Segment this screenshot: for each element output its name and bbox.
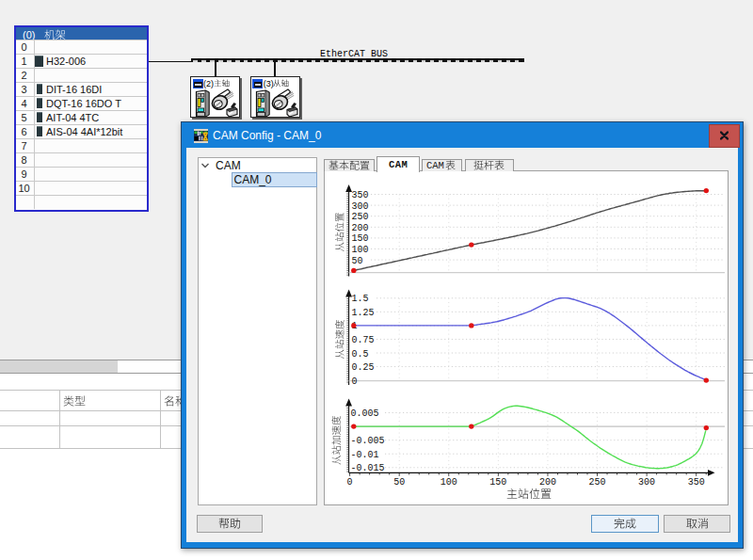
svg-text:-0.01: -0.01	[351, 450, 379, 460]
svg-text:0: 0	[352, 376, 358, 387]
svg-text:0.75: 0.75	[352, 335, 375, 345]
svg-text:250: 250	[589, 477, 606, 488]
svg-text:1.5: 1.5	[352, 294, 369, 304]
svg-text:100: 100	[352, 245, 369, 255]
svg-text:350: 350	[688, 477, 705, 488]
svg-text:50: 50	[393, 477, 405, 488]
svg-text:0.5: 0.5	[352, 349, 369, 360]
svg-text:200: 200	[539, 477, 556, 488]
svg-text:150: 150	[489, 477, 506, 488]
svg-text:300: 300	[638, 477, 655, 488]
svg-text:150: 150	[352, 233, 369, 244]
svg-text:350: 350	[352, 190, 369, 200]
svg-text:-0.005: -0.005	[351, 436, 385, 446]
svg-text:250: 250	[352, 212, 369, 222]
svg-text:50: 50	[352, 256, 363, 266]
svg-text:-0.015: -0.015	[351, 463, 385, 473]
svg-text:300: 300	[352, 201, 369, 212]
svg-text:0.25: 0.25	[352, 362, 375, 373]
svg-text:1.25: 1.25	[352, 308, 375, 318]
svg-text:200: 200	[352, 223, 369, 233]
svg-text:0: 0	[347, 477, 353, 488]
svg-text:100: 100	[441, 477, 457, 488]
svg-text:0.005: 0.005	[351, 408, 379, 419]
